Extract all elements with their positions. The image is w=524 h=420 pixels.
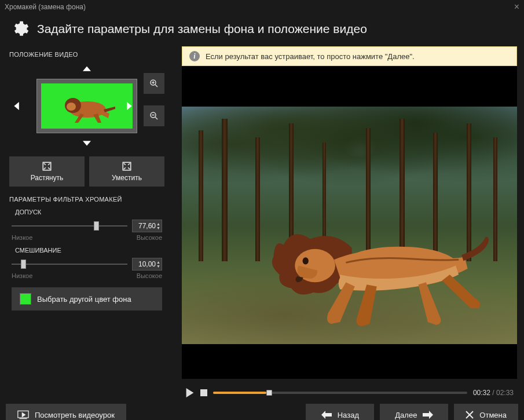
move-left-button[interactable] — [10, 99, 24, 113]
tolerance-slider[interactable] — [12, 219, 127, 233]
svg-line-4 — [155, 85, 157, 87]
svg-point-13 — [302, 257, 308, 264]
svg-rect-15 — [200, 389, 207, 396]
pick-color-button[interactable]: Выбрать другой цвет фона — [12, 287, 162, 311]
back-button[interactable]: Назад — [306, 404, 374, 420]
filter-section-label: ПАРАМЕТРЫ ФИЛЬТРА ХРОМАКЕЙ — [9, 196, 164, 203]
progress-bar[interactable] — [213, 392, 467, 394]
cancel-button[interactable]: Отмена — [454, 404, 518, 420]
stretch-button[interactable]: Растянуть — [9, 156, 85, 187]
position-section-label: ПОЛОЖЕНИЕ ВИДЕО — [9, 51, 164, 58]
arrow-right-icon — [423, 411, 433, 419]
info-bar: i Если результат вас устраивает, то прос… — [182, 46, 517, 66]
window-title: Хромакей (замена фона) — [5, 3, 86, 11]
play-button[interactable] — [185, 388, 195, 397]
stretch-icon — [42, 161, 52, 171]
play-tutorial-icon — [17, 410, 29, 419]
move-down-button[interactable] — [80, 136, 94, 149]
tolerance-up-icon[interactable]: ▲ — [156, 222, 160, 226]
move-right-button[interactable] — [122, 99, 135, 113]
tolerance-down-icon[interactable]: ▼ — [156, 226, 160, 230]
lion-overlay — [249, 206, 490, 337]
close-icon[interactable]: × — [514, 2, 519, 12]
fit-icon — [122, 161, 132, 171]
page-title: Задайте параметры для замены фона и поло… — [37, 22, 367, 36]
blend-max-label: Высокое — [137, 272, 162, 279]
color-swatch — [20, 293, 31, 305]
zoom-out-button[interactable] — [144, 105, 164, 126]
tolerance-label: ДОПУСК — [15, 209, 164, 216]
info-icon: i — [189, 51, 200, 61]
blend-label: СМЕШИВАНИЕ — [15, 247, 164, 254]
blend-min-label: Низкое — [12, 272, 32, 279]
close-icon — [466, 411, 474, 419]
blend-slider[interactable] — [12, 257, 127, 271]
lion-thumbnail — [41, 83, 133, 129]
svg-line-8 — [155, 117, 157, 119]
zoom-in-button[interactable] — [144, 73, 164, 94]
blend-up-icon[interactable]: ▲ — [156, 260, 160, 264]
arrow-left-icon — [321, 411, 332, 419]
svg-point-2 — [67, 103, 76, 111]
time-display: 00:32 / 02:33 — [473, 389, 514, 397]
tolerance-min-label: Низкое — [12, 234, 32, 241]
tolerance-value[interactable]: 77,60 ▲▼ — [132, 220, 162, 232]
gear-icon — [10, 20, 29, 38]
blend-down-icon[interactable]: ▼ — [156, 264, 160, 268]
video-preview — [182, 66, 517, 379]
next-button[interactable]: Далее — [380, 404, 448, 420]
blend-value[interactable]: 10,00 ▲▼ — [132, 258, 162, 271]
tutorial-button[interactable]: Посмотреть видеоурок — [6, 404, 126, 420]
move-up-button[interactable] — [80, 63, 94, 76]
stop-button[interactable] — [200, 389, 207, 396]
fit-button[interactable]: Уместить — [89, 156, 164, 187]
tolerance-max-label: Высокое — [137, 234, 162, 241]
